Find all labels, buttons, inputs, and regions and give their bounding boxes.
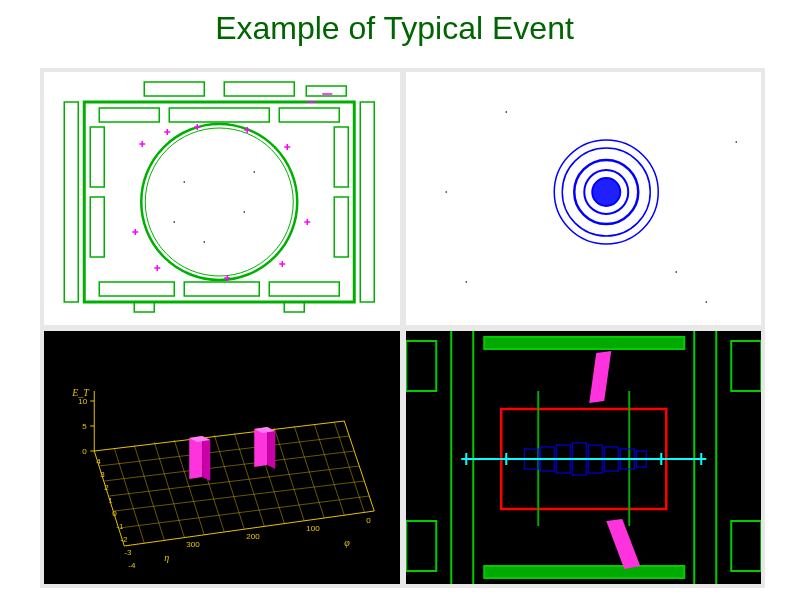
z-tick: 10 bbox=[78, 397, 87, 406]
lego-axes bbox=[90, 391, 374, 546]
svg-rect-9 bbox=[334, 127, 348, 187]
panel-rings bbox=[406, 72, 762, 325]
z-tick: 5 bbox=[82, 422, 87, 431]
eta-tick: 1 bbox=[108, 496, 113, 505]
svg-point-19 bbox=[145, 128, 293, 276]
svg-rect-3 bbox=[279, 108, 339, 122]
svg-point-55 bbox=[675, 271, 677, 273]
svg-point-18 bbox=[141, 124, 297, 280]
svg-line-78 bbox=[114, 481, 364, 511]
svg-marker-84 bbox=[267, 427, 275, 469]
svg-point-44 bbox=[203, 241, 205, 243]
eta-axis-label: η bbox=[164, 552, 169, 563]
svg-rect-92 bbox=[731, 341, 761, 391]
svg-point-43 bbox=[243, 211, 245, 213]
hit-icon bbox=[284, 144, 290, 150]
eta-tick: -4 bbox=[128, 561, 136, 570]
svg-rect-93 bbox=[731, 521, 761, 571]
z-axis-label: E_T bbox=[71, 387, 90, 398]
svg-rect-1 bbox=[99, 108, 159, 122]
phi-axis-label: φ bbox=[344, 537, 350, 548]
hit-icon bbox=[154, 265, 160, 271]
slide: Example of Typical Event bbox=[0, 0, 789, 609]
hit-icon bbox=[279, 261, 285, 267]
svg-point-56 bbox=[445, 191, 447, 193]
svg-point-46 bbox=[173, 221, 175, 223]
eta-tick: -3 bbox=[124, 548, 132, 557]
svg-point-45 bbox=[253, 171, 255, 173]
svg-point-42 bbox=[183, 181, 185, 183]
hit-icon bbox=[304, 219, 310, 225]
hit-icon bbox=[164, 129, 170, 135]
svg-point-52 bbox=[465, 281, 467, 283]
svg-point-53 bbox=[505, 111, 507, 113]
svg-rect-8 bbox=[90, 197, 104, 257]
svg-rect-11 bbox=[64, 102, 78, 302]
eta-tick: 4 bbox=[96, 457, 101, 466]
phi-tick: 300 bbox=[186, 540, 200, 549]
beam-line bbox=[461, 453, 706, 465]
eta-tick: 0 bbox=[112, 509, 117, 518]
svg-point-57 bbox=[735, 141, 737, 143]
lego-tower bbox=[254, 427, 275, 469]
svg-rect-12 bbox=[360, 102, 374, 302]
svg-point-54 bbox=[705, 301, 707, 303]
panel-detector-rz bbox=[406, 331, 762, 584]
panel-lego: 0 5 10 E_T 4 3 2 1 0 -1 -2 -3 -4 η 0 100… bbox=[44, 331, 400, 584]
lego-grid bbox=[99, 422, 369, 543]
svg-rect-2 bbox=[169, 108, 269, 122]
eta-tick: -1 bbox=[116, 522, 124, 531]
svg-rect-4 bbox=[144, 82, 204, 96]
svg-rect-91 bbox=[406, 521, 436, 571]
svg-rect-7 bbox=[90, 127, 104, 187]
svg-marker-62 bbox=[94, 421, 374, 546]
svg-line-75 bbox=[99, 436, 349, 466]
svg-marker-81 bbox=[202, 436, 210, 481]
lego-towers bbox=[189, 427, 275, 481]
noise-dots bbox=[173, 171, 255, 243]
svg-rect-13 bbox=[99, 282, 174, 296]
svg-marker-83 bbox=[254, 427, 267, 467]
muon-track bbox=[589, 351, 611, 403]
muon-track bbox=[606, 519, 640, 569]
ring-set bbox=[554, 140, 658, 244]
detector-frame bbox=[64, 82, 374, 312]
rings-svg bbox=[406, 72, 762, 325]
panel-detector-xy bbox=[44, 72, 400, 325]
svg-rect-15 bbox=[269, 282, 339, 296]
detector-xy-svg bbox=[44, 72, 400, 325]
z-tick: 0 bbox=[82, 447, 87, 456]
svg-line-76 bbox=[104, 451, 354, 481]
svg-rect-5 bbox=[224, 82, 294, 96]
svg-rect-10 bbox=[334, 197, 348, 257]
hit-icon bbox=[139, 141, 145, 147]
svg-rect-14 bbox=[184, 282, 259, 296]
phi-tick: 200 bbox=[246, 532, 260, 541]
lego-svg: 0 5 10 E_T 4 3 2 1 0 -1 -2 -3 -4 η 0 100… bbox=[44, 331, 400, 584]
detector-rz-svg bbox=[406, 331, 762, 584]
svg-line-79 bbox=[119, 496, 369, 528]
panel-grid: 0 5 10 E_T 4 3 2 1 0 -1 -2 -3 -4 η 0 100… bbox=[40, 68, 765, 588]
phi-tick: 100 bbox=[306, 524, 320, 533]
rz-frame bbox=[406, 331, 761, 584]
phi-tick: 0 bbox=[366, 516, 371, 525]
svg-rect-0 bbox=[84, 102, 354, 302]
svg-marker-80 bbox=[189, 436, 202, 479]
svg-rect-90 bbox=[406, 341, 436, 391]
svg-rect-95 bbox=[484, 566, 684, 578]
lego-tower bbox=[189, 436, 210, 481]
eta-tick: 2 bbox=[104, 483, 109, 492]
svg-line-77 bbox=[109, 466, 359, 496]
eta-tick: -2 bbox=[120, 535, 128, 544]
svg-point-47 bbox=[592, 178, 620, 206]
eta-tick: 3 bbox=[100, 470, 105, 479]
svg-rect-94 bbox=[484, 337, 684, 349]
slide-title: Example of Typical Event bbox=[0, 0, 789, 47]
hit-icon bbox=[132, 229, 138, 235]
